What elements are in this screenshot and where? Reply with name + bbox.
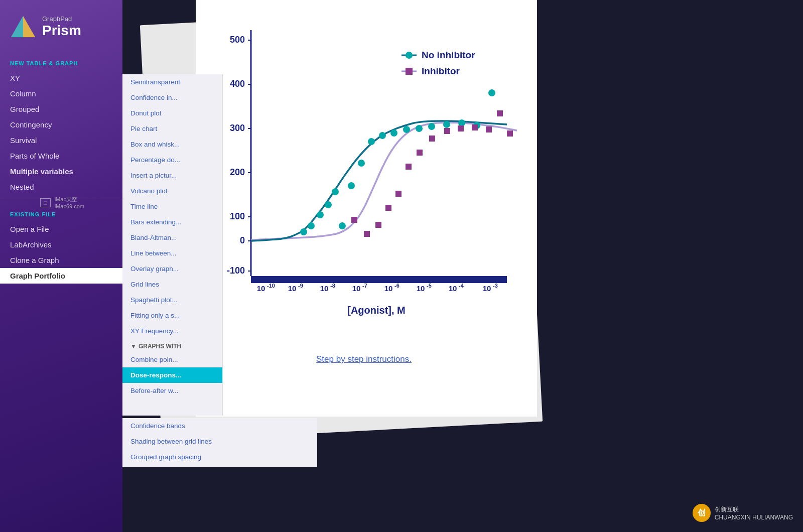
graph-list-bottom-item-grouped[interactable]: Grouped graph spacing: [122, 449, 317, 465]
graph-item-bars-extending[interactable]: Bars extending...: [122, 214, 222, 230]
svg-text:[Agonist], M: [Agonist], M: [347, 305, 406, 316]
svg-point-49: [332, 188, 339, 195]
svg-point-47: [317, 211, 324, 218]
svg-text:10: 10: [417, 284, 425, 293]
graph-item-overlay-graph[interactable]: Overlay graph...: [122, 261, 222, 277]
brand-bottom-right: 创 创新互联 CHUANGXIN HULIANWANG: [693, 504, 793, 522]
watermark-line1: iMac天空: [55, 196, 84, 203]
graph-item-spaghetti[interactable]: Spaghetti plot...: [122, 292, 222, 308]
svg-rect-71: [444, 128, 450, 134]
svg-point-58: [428, 123, 435, 130]
svg-point-56: [403, 126, 410, 133]
graph-list-bottom-item-confidence[interactable]: Confidence bands: [122, 418, 317, 434]
graph-item-volcano[interactable]: Volcano plot: [122, 183, 222, 199]
graph-item-semitransparent[interactable]: Semitransparent: [122, 74, 222, 90]
svg-point-46: [308, 222, 315, 229]
svg-text:-7: -7: [362, 283, 367, 289]
watermark: □ iMac天空 iMac69.com: [40, 196, 84, 209]
svg-point-52: [358, 160, 365, 167]
graph-list-panel: Semitransparent Confidence in... Donut p…: [122, 74, 223, 416]
svg-text:-6: -6: [394, 283, 399, 289]
sidebar-item-clone-graph[interactable]: Clone a Graph: [0, 252, 122, 268]
svg-rect-65: [375, 222, 381, 228]
sidebar-item-multiple-variables[interactable]: Multiple variables: [0, 164, 122, 179]
svg-point-48: [325, 201, 332, 208]
svg-rect-81: [406, 68, 413, 75]
svg-rect-76: [507, 130, 513, 137]
brand-text-line2: CHUANGXIN HULIANWANG: [715, 514, 793, 521]
graph-item-before-after[interactable]: Before-after w...: [122, 383, 222, 398]
graph-item-timeline[interactable]: Time line: [122, 199, 222, 214]
sidebar-item-nested[interactable]: Nested: [0, 179, 122, 195]
graphpad-label: GraphPad: [42, 16, 81, 23]
prism-logo-icon: [10, 14, 36, 40]
graph-item-pie[interactable]: Pie chart: [122, 121, 222, 137]
svg-rect-67: [395, 191, 401, 197]
graph-item-insert-picture[interactable]: Insert a pictur...: [122, 168, 222, 183]
sidebar-item-survival[interactable]: Survival: [0, 132, 122, 148]
graph-item-xy-frequency[interactable]: XY Frequency...: [122, 323, 222, 339]
sidebar: GraphPad Prism NEW TABLE & GRAPH XY Colu…: [0, 0, 122, 532]
svg-rect-69: [417, 150, 423, 156]
svg-text:-9: -9: [298, 283, 303, 289]
sidebar-item-labarchives[interactable]: LabArchives: [0, 237, 122, 252]
svg-text:400: 400: [230, 79, 245, 89]
brand-text-line1: 创新互联: [715, 505, 793, 514]
sidebar-item-graph-portfolio[interactable]: Graph Portfolio: [0, 268, 122, 284]
sidebar-item-parts-of-whole[interactable]: Parts of Whole: [0, 148, 122, 164]
svg-text:0: 0: [240, 235, 245, 245]
graph-item-fitting-only[interactable]: Fitting only a s...: [122, 308, 222, 323]
svg-point-51: [348, 182, 355, 189]
svg-text:-100: -100: [227, 265, 245, 276]
step-instructions-link[interactable]: Step by step instructions.: [316, 354, 412, 364]
sidebar-item-xy[interactable]: XY: [0, 70, 122, 86]
svg-text:500: 500: [230, 35, 245, 45]
prism-label: Prism: [42, 23, 81, 39]
logo-area: GraphPad Prism: [0, 0, 122, 52]
svg-rect-63: [351, 217, 357, 223]
graph-item-box-whisker[interactable]: Box and whisk...: [122, 137, 222, 152]
graph-item-line-between[interactable]: Line between...: [122, 245, 222, 261]
svg-text:200: 200: [230, 167, 245, 177]
graph-item-grid-lines[interactable]: Grid lines: [122, 277, 222, 292]
svg-point-54: [379, 132, 386, 139]
svg-rect-66: [385, 205, 391, 211]
svg-rect-70: [429, 136, 435, 142]
svg-point-59: [443, 121, 450, 128]
watermark-box: □: [40, 198, 51, 207]
svg-text:10: 10: [352, 284, 361, 293]
svg-text:10: 10: [320, 284, 329, 293]
svg-text:-3: -3: [493, 283, 498, 289]
new-table-section-label: NEW TABLE & GRAPH: [0, 52, 122, 70]
sidebar-item-grouped[interactable]: Grouped: [0, 101, 122, 117]
watermark-line2: iMac69.com: [55, 203, 84, 209]
svg-rect-74: [486, 126, 492, 132]
dose-response-chart: 500 400 300 200 100 0 -100 10 -10 10: [206, 15, 517, 326]
svg-point-45: [300, 228, 307, 235]
svg-point-62: [488, 89, 495, 96]
main-content-panel: 500 400 300 200 100 0 -100 10 -10 10: [196, 0, 537, 417]
svg-text:Inhibitor: Inhibitor: [422, 66, 460, 76]
svg-text:No inhibitor: No inhibitor: [422, 50, 475, 60]
svg-text:10: 10: [384, 284, 393, 293]
logo-text: GraphPad Prism: [42, 16, 81, 38]
svg-rect-5: [251, 276, 507, 283]
graph-item-percentage[interactable]: Percentage do...: [122, 152, 222, 168]
graph-item-combine-points[interactable]: Combine poin...: [122, 352, 222, 367]
svg-point-50: [339, 222, 346, 229]
graph-item-bland-altman[interactable]: Bland-Altman...: [122, 230, 222, 245]
svg-point-78: [406, 52, 413, 59]
svg-text:-4: -4: [459, 283, 464, 289]
graph-list-bottom-item-shading[interactable]: Shading between grid lines: [122, 434, 317, 449]
svg-rect-64: [364, 231, 370, 237]
graph-item-donut[interactable]: Donut plot: [122, 105, 222, 121]
svg-text:300: 300: [230, 123, 245, 133]
graph-item-dose-response[interactable]: Dose-respons...: [122, 367, 222, 383]
svg-text:10: 10: [257, 284, 265, 293]
graph-item-confidence[interactable]: Confidence in...: [122, 90, 222, 105]
sidebar-item-contingency[interactable]: Contingency: [0, 117, 122, 132]
sidebar-item-column[interactable]: Column: [0, 86, 122, 101]
brand-circle-icon: 创: [693, 504, 711, 522]
sidebar-item-open-file[interactable]: Open a File: [0, 221, 122, 237]
svg-text:10: 10: [483, 284, 491, 293]
